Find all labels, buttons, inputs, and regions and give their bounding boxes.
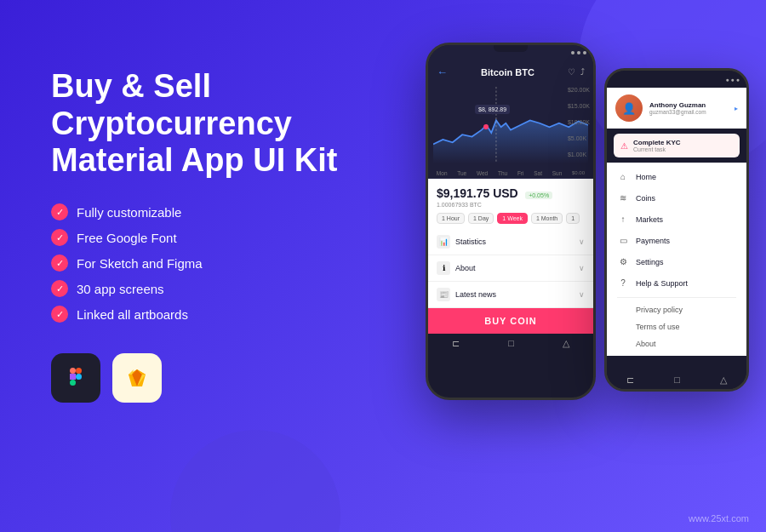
heart-icon[interactable]: ♡ (568, 67, 575, 77)
menu-items-list: 📊 Statistics ∨ ℹ About ∨ 📰 Latest news ∨ (428, 229, 593, 308)
feature-item: ✓ Free Google Font (51, 229, 357, 246)
time-btn-more[interactable]: 1 (566, 213, 580, 224)
menu-item-about[interactable]: ℹ About ∨ (428, 255, 593, 282)
coins-label: Coins (636, 194, 655, 203)
sidebar-nav: ⌂ Home ≋ Coins ↑ Markets ▭ Payments ⚙ Se… (607, 163, 746, 356)
time-btn-1week[interactable]: 1 Week (497, 213, 528, 224)
user-avatar: 👤 (615, 94, 643, 122)
back-arrow-icon[interactable]: ← (437, 66, 448, 78)
sidebar-item-help[interactable]: ? Help & Support (607, 272, 746, 294)
check-icon: ✓ (51, 306, 68, 323)
time-btn-1day[interactable]: 1 Day (468, 213, 494, 224)
buy-coin-button[interactable]: BUY COIN (428, 308, 593, 334)
sidebar-divider (617, 297, 736, 298)
day-labels: Mon Tue Wed Thu Fri Sat Sun $0.00 (428, 169, 593, 179)
price-value: $9,191.75 USD (437, 186, 518, 200)
sidebar-item-markets[interactable]: ↑ Markets (607, 209, 746, 230)
sidebar-item-payments[interactable]: ▭ Payments (607, 230, 746, 251)
chevron-down-icon: ∨ (579, 237, 585, 246)
svg-rect-2 (70, 374, 76, 380)
chart-y-labels: $20.00K $15.00K $10.00K $5.00K $1.00K (568, 87, 590, 157)
menu-item-latest-news[interactable]: 📰 Latest news ∨ (428, 282, 593, 308)
price-section: $9,191.75 USD +0.05% 1.00067933 BTC 1 Ho… (428, 179, 593, 229)
help-label: Help & Support (636, 279, 688, 288)
watermark: www.25xt.com (689, 513, 749, 523)
status-dot (583, 51, 586, 54)
header-action-icons: ♡ ⤴ (568, 67, 585, 77)
chart-svg (433, 87, 588, 163)
svg-rect-0 (70, 368, 76, 374)
check-icon: ✓ (51, 280, 68, 297)
help-icon: ? (617, 278, 629, 288)
settings-icon: ⚙ (617, 257, 629, 266)
about-label: About (455, 264, 476, 272)
chevron-down-icon: ∨ (579, 290, 585, 299)
features-list: ✓ Fully customizable ✓ Free Google Font … (51, 203, 357, 323)
nav-recent-icon[interactable]: △ (563, 338, 569, 349)
coins-icon: ≋ (617, 193, 629, 203)
statistics-icon: 📊 (437, 235, 450, 249)
feature-item: ✓ Linked all artboards (51, 306, 357, 323)
sidebar-item-coins[interactable]: ≋ Coins (607, 187, 746, 209)
check-icon: ✓ (51, 229, 68, 246)
settings-label: Settings (636, 258, 664, 266)
warning-icon: ⚠ (620, 141, 628, 151)
main-title: Buy & Sell Cryptocurrency Material App U… (51, 68, 357, 180)
news-icon: 📰 (437, 288, 450, 301)
price-btc: 1.00067933 BTC (437, 202, 585, 208)
markets-label: Markets (636, 215, 663, 224)
red-dot-indicator (483, 124, 489, 129)
nav2-back-icon[interactable]: ⊏ (626, 375, 634, 386)
home-icon: ⌂ (617, 172, 629, 181)
statistics-label: Statistics (455, 237, 486, 246)
user-name: Anthony Guzman (649, 101, 706, 109)
left-panel: Buy & Sell Cryptocurrency Material App U… (51, 68, 357, 403)
time-btn-1hour[interactable]: 1 Hour (437, 213, 465, 224)
sidebar-terms-of-use[interactable]: Terms of use (607, 318, 746, 335)
decorative-blob-bottom (170, 430, 340, 532)
time-btn-1month[interactable]: 1 Month (531, 213, 563, 224)
figma-icon (51, 353, 100, 403)
phone-second: ● ● ● 👤 Anthony Guzman guzman33@gmail.co… (604, 68, 749, 392)
svg-point-4 (76, 374, 82, 380)
svg-rect-3 (70, 380, 76, 386)
phone2-status-bar: ● ● ● (607, 71, 746, 88)
phone2-bottom-nav: ⊏ □ △ (607, 370, 746, 389)
user-profile-header: 👤 Anthony Guzman guzman33@gmail.com ▸ (607, 88, 746, 129)
chevron-down-icon: ∨ (579, 264, 585, 272)
home-label: Home (636, 173, 656, 181)
menu-item-statistics[interactable]: 📊 Statistics ∨ (428, 229, 593, 255)
sidebar-about[interactable]: About (607, 335, 746, 352)
payments-icon: ▭ (617, 236, 629, 245)
sidebar-item-settings[interactable]: ⚙ Settings (607, 251, 746, 272)
phone-main: ← Bitcoin BTC ♡ ⤴ $20.00K $15.00K $10.00… (426, 43, 596, 400)
coin-title: Bitcoin BTC (481, 67, 534, 77)
status-dot (577, 51, 580, 54)
latest-news-label: Latest news (455, 290, 496, 299)
kyc-alert[interactable]: ⚠ Complete KYC Current task (614, 134, 740, 157)
svg-rect-1 (76, 368, 82, 374)
nav-back-icon[interactable]: ⊏ (452, 338, 460, 349)
price-change-badge: +0.05% (525, 192, 552, 199)
about-icon: ℹ (437, 261, 450, 275)
nav-home-icon[interactable]: □ (508, 338, 514, 348)
sidebar-item-home[interactable]: ⌂ Home (607, 166, 746, 187)
user-info: Anthony Guzman guzman33@gmail.com (649, 101, 706, 115)
phone-screen-header: ← Bitcoin BTC ♡ ⤴ (428, 60, 593, 83)
phone-bottom-nav: ⊏ □ △ (428, 334, 593, 352)
kyc-subtitle: Current task (633, 146, 681, 152)
time-filter-buttons: 1 Hour 1 Day 1 Week 1 Month 1 (437, 213, 585, 224)
check-icon: ✓ (51, 203, 68, 220)
kyc-title: Complete KYC (633, 139, 681, 146)
feature-item: ✓ For Sketch and Figma (51, 255, 357, 272)
profile-chevron-icon[interactable]: ▸ (735, 105, 738, 112)
user-email: guzman33@gmail.com (649, 109, 706, 115)
nav2-recent-icon[interactable]: △ (720, 375, 727, 386)
feature-item: ✓ Fully customizable (51, 203, 357, 220)
check-icon: ✓ (51, 255, 68, 272)
status-dot (571, 51, 574, 54)
sketch-icon (112, 353, 162, 403)
share-icon[interactable]: ⤴ (580, 67, 585, 77)
nav2-home-icon[interactable]: □ (674, 375, 680, 385)
sidebar-privacy-policy[interactable]: Privacy policy (607, 301, 746, 318)
